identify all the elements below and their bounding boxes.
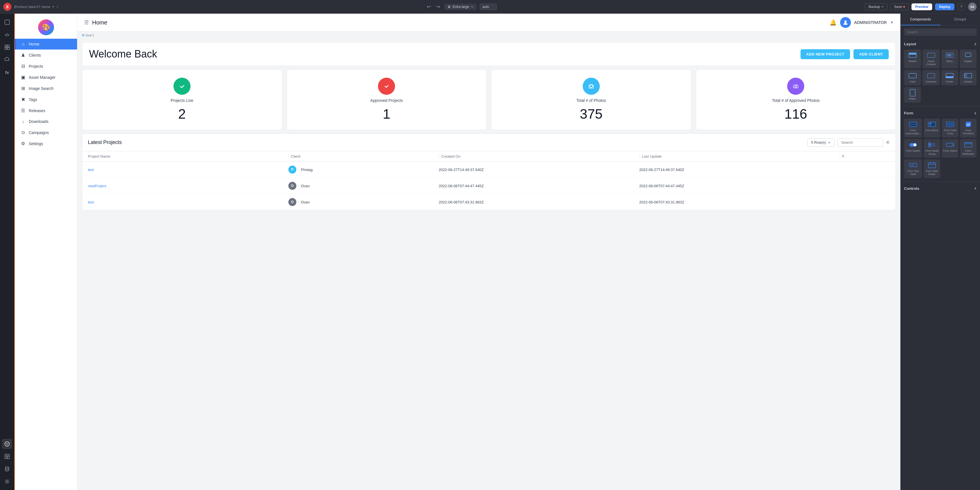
component-async-content[interactable]: Async Content (923, 49, 939, 68)
sidebar-item-campaigns[interactable]: ⊙ Campaigns (15, 127, 77, 138)
async-content-component-icon (926, 52, 935, 59)
home-icon: ⌂ (20, 41, 26, 47)
rail-components-icon[interactable] (2, 42, 12, 53)
table-search-input[interactable] (837, 138, 883, 147)
rail-settings-icon[interactable] (2, 476, 12, 487)
rail-database-icon[interactable] (2, 464, 12, 474)
form-select-icon (946, 141, 955, 148)
component-header[interactable]: Header (904, 49, 921, 68)
sidebar-item-tags[interactable]: ✖ Tags (15, 94, 77, 105)
top-bar-right: Backup Save Preview Deploy ? SS (865, 3, 977, 11)
tab-groups[interactable]: Groups (940, 14, 980, 26)
sidebar-item-downloads[interactable]: ↓ Downloads (15, 116, 77, 127)
stat-card-total-photos: Total # of Photos 375 (491, 69, 691, 130)
total-photos-label: Total # of Photos (576, 98, 606, 103)
component-form-radio-group[interactable]: Form Radio Group (924, 139, 940, 158)
component-form-field-array[interactable]: Form Field Array (942, 119, 958, 137)
table-filter-icon[interactable]: ⚟ (886, 140, 890, 145)
form-checkbox-label: Form Checkbox (961, 129, 975, 135)
component-form-date-picker[interactable]: Form Date Picker (924, 160, 940, 178)
backup-label: Backup (869, 5, 880, 9)
stat-card-approved-projects: Approved Projects 1 (287, 69, 487, 130)
preview-button[interactable]: Preview (912, 3, 932, 10)
row-count-selector[interactable]: 5 Row(s) (807, 138, 835, 147)
rail-cloud-icon[interactable] (2, 54, 12, 65)
redo-button[interactable]: ↪ (435, 3, 441, 11)
sidebar-item-releases[interactable]: ☰ Releases (15, 105, 77, 116)
component-form-autocomplete[interactable]: Form Autocomple... (904, 119, 922, 137)
component-form-switch[interactable]: Form Switch (904, 139, 922, 158)
component-form-block[interactable]: Form Block (924, 119, 940, 137)
undo-button[interactable]: ↩ (426, 3, 432, 11)
sidebar-item-projects[interactable]: ⊟ Projects (15, 61, 77, 72)
app-title-text: [ProServ] Jebel-FT: Home (14, 5, 50, 8)
component-form-select[interactable]: Form Select (942, 139, 958, 158)
project-link-test1[interactable]: test (88, 168, 94, 172)
admin-chevron-icon[interactable]: ▼ (890, 21, 894, 24)
save-button[interactable]: Save (891, 3, 908, 10)
sidebar-item-releases-label: Releases (29, 109, 45, 113)
add-project-button[interactable]: ADD NEW PROJECT (800, 49, 850, 59)
component-form-multiselect[interactable]: Form Multiselect (960, 139, 977, 158)
component-form-text-field[interactable]: Form Text Field (904, 160, 922, 178)
component-form-checkbox[interactable]: Form Checkbox (960, 119, 977, 137)
sidebar-item-settings-label: Settings (29, 141, 43, 146)
components-search-input[interactable] (904, 29, 977, 36)
component-popper[interactable]: Popper (960, 49, 977, 68)
rail-layout-icon[interactable] (2, 451, 12, 461)
sidebar-item-home[interactable]: ⌂ Home (15, 39, 77, 49)
rail-code-icon[interactable] (2, 30, 12, 40)
svg-point-5 (5, 442, 10, 446)
title-chevron-icon[interactable] (51, 5, 55, 8)
sidebar-item-settings[interactable]: ⚙ Settings (15, 138, 77, 149)
device-selector[interactable]: 🖥 Extra large (444, 4, 476, 10)
component-footer[interactable]: Footer (941, 70, 958, 86)
projects-icon: ⊟ (20, 64, 26, 69)
monitor-icon: 🖥 (447, 5, 451, 9)
component-card[interactable]: Card (904, 70, 921, 86)
client-badge-ovan2: O (288, 198, 296, 206)
auto-input[interactable] (480, 4, 497, 10)
svg-rect-0 (5, 20, 10, 24)
sidebar-item-asset-manager[interactable]: ▣ Asset Manager (15, 72, 77, 83)
help-button[interactable]: ? (957, 3, 965, 11)
svg-point-49 (929, 144, 930, 145)
sidebar-nav: ⌂ Home ♟ Clients ⊟ Projects ▣ Asset Mana… (15, 39, 77, 490)
menu-component-label: Menu (947, 60, 953, 63)
container-component-label: Container (925, 80, 937, 83)
svg-rect-34 (964, 73, 967, 78)
controls-collapse-icon[interactable]: ∧ (974, 187, 977, 190)
svg-point-8 (7, 444, 8, 445)
header-component-icon (908, 52, 917, 59)
sidebar: 🎨 ⌂ Home ♟ Clients ⊟ Projects ▣ Asset Ma… (15, 14, 77, 490)
popper-component-icon (964, 52, 973, 59)
sidebar-item-image-search[interactable]: ⊞ Image Search (15, 83, 77, 94)
layout-collapse-icon[interactable]: ∧ (974, 42, 977, 46)
component-drawer[interactable]: Drawer (960, 70, 977, 86)
add-client-button[interactable]: ADD CLIENT (853, 49, 889, 59)
component-menu[interactable]: Menu (941, 49, 958, 68)
component-container[interactable]: Container (923, 70, 939, 86)
form-block-icon (928, 121, 937, 128)
client-cell-photag: P Photag (288, 166, 439, 174)
backup-button[interactable]: Backup (865, 3, 888, 10)
rail-page-icon[interactable] (2, 17, 12, 27)
form-radio-group-icon (928, 141, 937, 148)
form-collapse-icon[interactable]: ∧ (974, 111, 977, 115)
svg-point-47 (913, 144, 916, 146)
title-sub: / (57, 5, 58, 8)
component-paper[interactable]: Paper (904, 87, 921, 103)
project-link-newproject[interactable]: newProject (88, 184, 106, 188)
paper-component-icon (908, 89, 917, 96)
deploy-button[interactable]: Deploy (935, 3, 955, 10)
sidebar-item-clients[interactable]: ♟ Clients (15, 49, 77, 61)
notification-bell-icon[interactable]: 🔔 (830, 19, 837, 26)
hamburger-icon[interactable]: ☰ (84, 19, 89, 26)
client-name-ovan2: Ovan (301, 200, 310, 204)
rail-palette-icon[interactable] (2, 439, 12, 449)
project-link-test3[interactable]: test (88, 200, 94, 204)
sidebar-item-image-search-label: Image Search (29, 86, 54, 91)
card-component-label: Card (910, 80, 915, 83)
rail-function-icon[interactable]: fx (2, 67, 12, 77)
tab-components[interactable]: Components (900, 14, 940, 26)
